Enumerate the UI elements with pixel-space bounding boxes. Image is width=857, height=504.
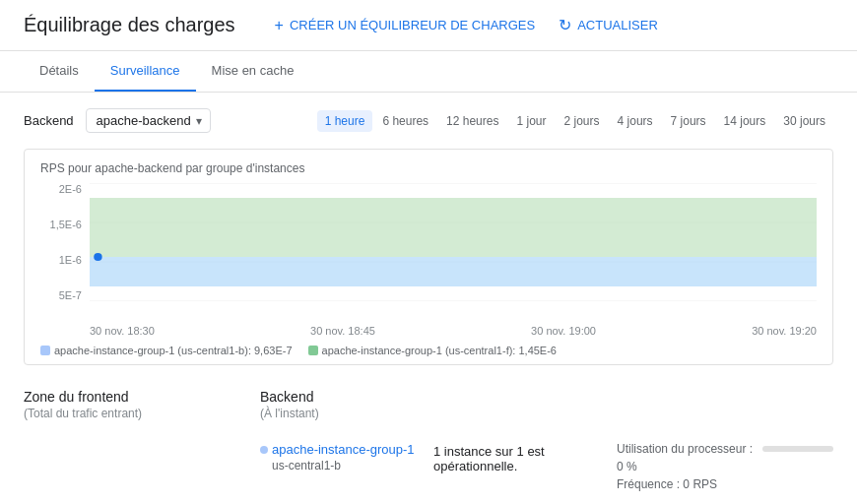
legend-dot-0 bbox=[40, 346, 50, 355]
time-filter-30j[interactable]: 30 jours bbox=[775, 110, 833, 132]
refresh-button[interactable]: ↻ ACTUALISER bbox=[559, 16, 658, 34]
tab-details[interactable]: Détails bbox=[24, 51, 95, 92]
page-title: Équilibrage des charges bbox=[24, 14, 235, 36]
time-filter-14j[interactable]: 14 jours bbox=[716, 110, 774, 132]
pct-row-0: 0 % bbox=[617, 460, 833, 473]
svg-marker-5 bbox=[90, 257, 817, 286]
toolbar: Backend apache-backend ▾ 1 heure 6 heure… bbox=[24, 108, 833, 133]
x-axis: 30 nov. 18:30 30 nov. 18:45 30 nov. 19:0… bbox=[90, 321, 817, 337]
backend-section-title: Backend bbox=[260, 389, 833, 405]
svg-marker-4 bbox=[90, 198, 817, 257]
frontend-section: Zone du frontend (Total du trafic entran… bbox=[24, 389, 221, 504]
table-row: apache-instance-group-1 us-central1-b 1 … bbox=[260, 432, 833, 504]
page-header: Équilibrage des charges + CRÉER UN ÉQUIL… bbox=[0, 0, 857, 51]
time-filter-1h[interactable]: 1 heure bbox=[317, 110, 373, 132]
bottom-section: Zone du frontend (Total du trafic entran… bbox=[24, 389, 833, 504]
plus-icon: + bbox=[275, 17, 284, 34]
time-filter-1j[interactable]: 1 jour bbox=[508, 110, 554, 132]
y-label-4: 5E-7 bbox=[59, 289, 82, 301]
legend-label-1: apache-instance-group-1 (us-central1-f):… bbox=[322, 345, 557, 356]
legend-dot-1 bbox=[308, 346, 318, 355]
x-label-2: 30 nov. 18:45 bbox=[310, 325, 375, 337]
chart-legend: apache-instance-group-1 (us-central1-b):… bbox=[40, 345, 817, 356]
toolbar-left: Backend apache-backend ▾ bbox=[24, 108, 211, 133]
main-content: Backend apache-backend ▾ 1 heure 6 heure… bbox=[0, 93, 857, 504]
backend-section: Backend (À l'instant) apache-instance-gr… bbox=[260, 389, 833, 504]
cpu-bar-container-0 bbox=[762, 446, 833, 452]
freq-row-0: Fréquence : 0 RPS bbox=[617, 477, 833, 491]
instance-info-0: apache-instance-group-1 us-central1-b bbox=[260, 442, 418, 472]
create-load-balancer-button[interactable]: + CRÉER UN ÉQUILIBREUR DE CHARGES bbox=[275, 17, 536, 34]
time-filter-6h[interactable]: 6 heures bbox=[374, 110, 436, 132]
x-label-3: 30 nov. 19:00 bbox=[531, 325, 596, 337]
svg-point-6 bbox=[94, 253, 101, 261]
y-label-2: 1,5E-6 bbox=[50, 219, 82, 230]
pct-value-0: 0 % bbox=[617, 460, 755, 473]
header-actions: + CRÉER UN ÉQUILIBREUR DE CHARGES ↻ ACTU… bbox=[275, 16, 658, 34]
frontend-subtitle: (Total du trafic entrant) bbox=[24, 407, 221, 420]
y-axis: 2E-6 1,5E-6 1E-6 5E-7 bbox=[40, 183, 90, 321]
dropdown-arrow-icon: ▾ bbox=[196, 114, 202, 128]
time-filter-7j[interactable]: 7 jours bbox=[663, 110, 714, 132]
legend-item-1: apache-instance-group-1 (us-central1-f):… bbox=[308, 345, 557, 356]
freq-label-0: Fréquence : 0 RPS bbox=[617, 477, 755, 491]
instance-name-0: apache-instance-group-1 bbox=[260, 442, 418, 457]
backend-section-subtitle: (À l'instant) bbox=[260, 407, 833, 420]
backend-metrics-0: Utilisation du processeur : 0 % Fréquenc… bbox=[617, 442, 833, 495]
backend-selector[interactable]: apache-backend ▾ bbox=[86, 108, 211, 133]
chart-svg bbox=[90, 183, 817, 301]
backend-select[interactable]: apache-backend bbox=[97, 113, 192, 128]
chart-area: 2E-6 1,5E-6 1E-6 5E-7 bbox=[40, 183, 817, 321]
legend-label-0: apache-instance-group-1 (us-central1-b):… bbox=[54, 345, 293, 356]
instance-dot-0 bbox=[260, 446, 268, 454]
chart-title: RPS pour apache-backend par groupe d'ins… bbox=[40, 161, 817, 175]
tab-surveillance[interactable]: Surveillance bbox=[95, 51, 196, 92]
refresh-icon: ↻ bbox=[559, 16, 571, 34]
y-label-1: 2E-6 bbox=[59, 183, 82, 195]
time-filter-4j[interactable]: 4 jours bbox=[610, 110, 661, 132]
backend-status-0: 1 instance sur 1 est opérationnelle. bbox=[433, 442, 601, 473]
time-filter-2j[interactable]: 2 jours bbox=[557, 110, 608, 132]
backend-label: Backend bbox=[24, 113, 74, 128]
x-label-4: 30 nov. 19:20 bbox=[752, 325, 817, 337]
x-label-1: 30 nov. 18:30 bbox=[90, 325, 155, 337]
frontend-title: Zone du frontend bbox=[24, 389, 221, 405]
chart-plot bbox=[90, 183, 817, 321]
tabs-bar: Détails Surveillance Mise en cache bbox=[0, 51, 857, 93]
chart-container: RPS pour apache-backend par groupe d'ins… bbox=[24, 149, 833, 365]
tab-cache[interactable]: Mise en cache bbox=[196, 51, 310, 92]
time-filter-group: 1 heure 6 heures 12 heures 1 jour 2 jour… bbox=[317, 110, 833, 132]
instance-location-0: us-central1-b bbox=[260, 459, 418, 472]
legend-item-0: apache-instance-group-1 (us-central1-b):… bbox=[40, 345, 293, 356]
cpu-metric-0: Utilisation du processeur : bbox=[617, 442, 833, 456]
y-label-3: 1E-6 bbox=[59, 254, 82, 266]
time-filter-12h[interactable]: 12 heures bbox=[438, 110, 506, 132]
cpu-label-0: Utilisation du processeur : bbox=[617, 442, 755, 456]
